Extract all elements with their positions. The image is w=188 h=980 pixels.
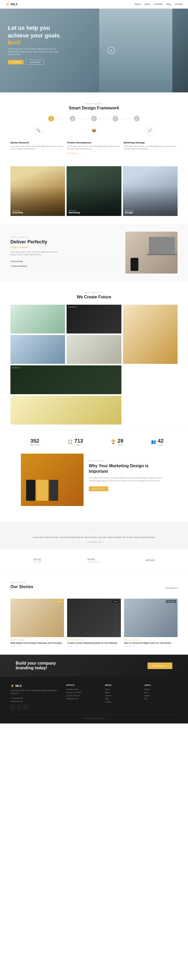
card-title-1: Market Research [11,142,65,144]
footer-link-item-1[interactable]: Privacy [144,689,178,690]
why-section: OUR SERVICE Why Your Marketing Design is… [21,453,167,506]
stat-clients-info: 352 Happy Clients [30,438,40,446]
stat-awards-number: 29 [117,438,123,444]
masonry-label-2: Marketing [68,306,77,308]
nav-contact[interactable]: Contact [175,3,183,5]
story-category-2: CREATIVE / MARKETING [67,639,121,641]
story-image-3: Top Design [124,599,178,637]
footer-link-item-3[interactable]: Support [144,695,178,697]
step-1: 1 [48,116,54,121]
footer-email: hello@mils.com [11,700,61,703]
framework-label: HOW IT WORKS [11,103,178,105]
masonry-item-7[interactable]: Design Print [11,396,122,425]
nav-portfolio[interactable]: Portfolio [154,3,163,5]
portfolio-grid: Project Branding Project Marketing Creat… [11,166,178,216]
story-title-1[interactable]: What Makes Good Design? Elements and Pri… [11,641,64,644]
cta-title2: branding today! [16,666,56,670]
portfolio-item-design[interactable]: Creative Design [123,166,178,216]
hero-highlight: Bettl [8,39,61,46]
portfolio-name-1: Branding [13,211,23,214]
footer-office-item-3: +1 (212) 555-1234 [66,695,100,697]
cta-title: Build your company [16,661,56,666]
portfolio-item-branding[interactable]: Project Branding [11,166,65,216]
masonry-item-1[interactable]: Branding [11,305,65,334]
story-title-2[interactable]: Creative Content Marketing Ideas for You… [67,641,121,644]
footer-menu-item-5[interactable]: Contact [105,701,139,703]
portfolio-name-2: Marketing [69,211,80,214]
logo[interactable]: ⚡ MILS [5,2,17,6]
masonry-fill-3 [123,305,178,364]
card-text-2: Lorem ipsum dolor sit amet, consectetur … [67,145,121,150]
linkedin-icon[interactable]: in [23,705,28,710]
stat-awards-label: Awards [117,444,123,446]
nav-about[interactable]: About [144,3,150,5]
portfolio-text-3: Creative Design [125,210,133,214]
logo-kady: kady DEARAFA [87,557,100,563]
projects-icon: 📋 [68,439,73,444]
masonry-item-5[interactable]: Design [66,335,121,364]
hero-buttons: Get Started +123-456-789 [8,60,61,65]
twitter-icon[interactable]: t [17,705,21,710]
masonry-item-4[interactable]: Identity [11,335,65,364]
nav-blog[interactable]: Blog [166,3,171,5]
hero-headline: Let us help you achieve your goals. [8,24,61,39]
laptop-icon [149,237,175,254]
story-badge-2: 30 min [112,600,119,603]
book-3 [49,480,58,501]
product-dev-icon: 📦 [89,126,99,135]
masonry-label-3: Packaging [125,306,133,308]
future-section: OUR PORTFOLIO We Create Future Branding … [0,282,188,430]
cta-button[interactable]: Talk to Expert → [147,662,172,669]
quote-icon: " [16,528,172,533]
footer-menu-item-1[interactable]: Home [105,689,139,690]
icon-marketing: 📈 [122,126,178,137]
view-more-link[interactable]: View Services [67,152,121,154]
why-label: OUR SERVICE [89,460,162,462]
story-date-3: October 1, 2021 [124,645,178,647]
masonry-label-6: Marketing [12,367,21,369]
stat-awards: 🏆 29 Awards [111,438,123,446]
footer-link-item-4[interactable]: FAQ [144,698,178,700]
footer-menu-item-3[interactable]: Portfolio [105,695,139,697]
why-content: OUR SERVICE Why Your Marketing Design is… [84,453,167,506]
masonry-item-6[interactable]: Marketing [11,365,122,394]
stories-section: OUR STORIES Our Stories View Stories ▾ D… [0,571,188,655]
footer-link-item-2[interactable]: Terms [144,692,178,694]
play-button[interactable] [107,47,115,54]
framework-section: HOW IT WORKS Smart Design Framework 1 2 … [0,92,188,164]
card-text-1: Lorem ipsum dolor sit amet, consectetur … [11,145,65,150]
deliver-text: Lorem ipsum dolor sit amet, consectetur … [11,251,63,256]
hero-section: Let us help you achieve your goals. Bett… [0,9,188,92]
story-image-1: Design [11,599,64,637]
footer-menu-item-4[interactable]: Blog [105,698,139,700]
story-card-3: Top Design BRANDING / DESIGN How to Choo… [124,599,178,647]
step-3: 3 [91,116,97,121]
hero-cta-button[interactable]: Get Started [8,60,24,64]
portfolio-item-marketing[interactable]: Project Marketing [66,166,121,216]
icon-market-research: 🔍 [11,126,66,137]
story-title-3[interactable]: How to Choose the Right Colors for Your … [124,641,178,644]
footer-menu-item-2[interactable]: About [105,692,139,694]
hero-phone-button[interactable]: +123-456-789 [25,60,44,65]
masonry-grid: Branding Marketing Packaging Identity De… [11,305,178,425]
masonry-item-2[interactable]: Marketing [66,305,121,334]
footer-social: f t in [11,705,61,710]
arrow-icon-2: › [119,265,120,267]
why-learn-button[interactable]: Get to Know → [89,486,108,491]
masonry-label-7: Design Print [12,397,22,399]
nav-home[interactable]: Home [134,3,141,5]
masonry-fill-5 [66,335,121,364]
stories-filter[interactable]: View Stories ▾ [165,587,178,589]
testimonial-text: Lorem ipsum dolor sit amet, consectetur … [29,536,159,539]
footer-col-menu-title: MENU [105,684,139,686]
masonry-item-3[interactable]: Packaging [123,305,178,364]
stat-happy-clients: ♡ 352 Happy Clients [24,438,40,446]
stats-section: ♡ 352 Happy Clients 📋 713 Projects 🏆 29 … [0,430,188,453]
portfolio-overlay-1 [11,166,65,216]
heart-icon: ♡ [24,439,28,444]
footer-col-menu: MENU Home About Portfolio Blog Contact [105,684,139,710]
deliver-list-item-2: Creative Marketing › [11,264,120,269]
card-text-3: Lorem ipsum dolor sit amet, consectetur … [123,145,178,150]
facebook-icon[interactable]: f [11,705,15,710]
footer-phone: T: +123-456-789 [11,697,61,700]
